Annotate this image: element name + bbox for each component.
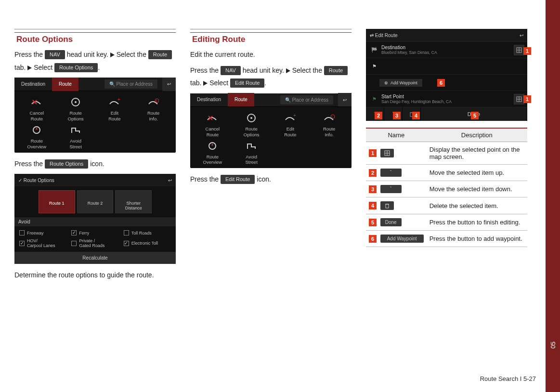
triangle-icon xyxy=(286,68,290,73)
description-cell: Press the button to finish editing. xyxy=(427,214,527,231)
table-row: 3 ˇMove the selected item down. xyxy=(366,181,527,197)
route-menu-item[interactable]: RouteOverview xyxy=(193,140,232,166)
table-row: 1 Display the selected point on the map … xyxy=(366,142,527,165)
route-menu-item[interactable]: AvoidStreet xyxy=(232,140,271,166)
callout-number: 2 xyxy=(369,169,377,177)
svg-marker-10 xyxy=(36,127,38,130)
description-cell: Move the selected item up. xyxy=(427,165,527,181)
route-menu-item[interactable]: CancelRoute xyxy=(17,96,56,122)
th-description: Description xyxy=(427,128,527,142)
map-button[interactable] xyxy=(514,45,524,55)
intro-route-options: Press the NAV head unit key. Select the … xyxy=(14,48,176,74)
avoid-checkbox[interactable]: HOV/Carpool Lanes xyxy=(19,238,66,248)
route-card[interactable]: ShorterDistance xyxy=(115,190,152,213)
page-footer: Route Search I 5-27 xyxy=(480,375,536,382)
down-icon: ˇ xyxy=(380,185,402,193)
avoid-checkbox[interactable]: Electronic Toll xyxy=(124,238,171,248)
tab-destination[interactable]: Destination xyxy=(190,93,228,106)
th-name: Name xyxy=(366,128,427,142)
chapter-sidebar: 05 xyxy=(546,0,560,392)
determine-line: Determine the route options to guide the… xyxy=(14,269,176,282)
route-menu-item[interactable]: +EditRoute xyxy=(271,112,310,138)
up-icon: ˆ xyxy=(380,169,402,177)
route-menu-item[interactable]: iRouteInfo. xyxy=(134,96,173,122)
route-menu-item[interactable]: AvoidStreet xyxy=(56,124,95,150)
column-editing-route: Editing Route Edit the current route. Pr… xyxy=(190,29,352,285)
done-chip: Done xyxy=(380,218,402,226)
route-tab-chip: Route xyxy=(324,66,348,75)
chapter-number: 05 xyxy=(549,338,557,353)
press-edit-route-line: Press the Edit Route icon. xyxy=(190,173,352,186)
route-menu-item[interactable]: iRouteInfo. xyxy=(310,112,349,138)
table-row: 4 Delete the selected item. xyxy=(366,197,527,214)
map-button[interactable] xyxy=(514,94,524,105)
svg-rect-33 xyxy=(386,204,389,208)
route-card[interactable]: Route 1 xyxy=(39,190,75,213)
tab-route[interactable]: Route xyxy=(52,78,78,91)
intro-editing-route: Press the NAV head unit key. Select the … xyxy=(190,64,352,90)
screenshot-route-menu: Destination Route 🔍 Place or Address ↩ C… xyxy=(14,78,176,153)
add-waypoint-row[interactable]: ⊕ Add Waypoint xyxy=(366,74,527,91)
add-waypoint-button[interactable]: ⊕ Add Waypoint xyxy=(379,79,422,87)
column-route-options: Route Options Press the NAV head unit ke… xyxy=(14,29,176,285)
map-icon xyxy=(380,149,394,157)
svg-marker-1 xyxy=(27,65,32,70)
destination-flag-icon: 🏁 xyxy=(369,47,379,52)
description-cell: Press the button to add waypoint. xyxy=(427,231,527,247)
back-icon[interactable]: ↩ xyxy=(162,78,176,91)
edit-route-chip: Edit Route xyxy=(230,78,264,88)
avoid-checkbox[interactable]: Toll Roads xyxy=(124,230,171,235)
route-menu-item[interactable]: RouteOverview xyxy=(17,124,56,150)
svg-marker-11 xyxy=(286,68,290,73)
callout-number: 6 xyxy=(369,235,377,243)
route-menu-item[interactable]: RouteOptions xyxy=(232,112,271,138)
callout-6: 6 xyxy=(437,79,445,87)
screenshot-route-menu-2: Destination Route 🔍 Place or Address ↩ C… xyxy=(190,93,352,169)
back-icon[interactable]: ↩ xyxy=(168,178,172,183)
avoid-checkbox[interactable]: Private /Gated Roads xyxy=(71,238,118,248)
trash-icon xyxy=(380,201,394,210)
callout-3: 3 xyxy=(393,112,401,119)
svg-point-5 xyxy=(75,101,77,103)
waypoint-flag-icon: ⚑ xyxy=(369,64,379,69)
callout-2: 2 xyxy=(375,112,382,119)
route-menu-item[interactable]: +EditRoute xyxy=(95,96,134,122)
description-cell: Move the selected item down. xyxy=(427,181,527,197)
svg-text:+: + xyxy=(293,113,296,118)
route-icon: ⇄ xyxy=(370,33,374,38)
check-icon: ✓ xyxy=(18,178,22,183)
callout-number: 5 xyxy=(369,219,377,226)
avoid-label: Avoid xyxy=(14,217,176,226)
svg-marker-21 xyxy=(211,143,213,145)
nav-key-chip: NAV xyxy=(221,66,241,75)
avoid-checkbox[interactable]: Ferry xyxy=(71,230,118,235)
recalculate-button[interactable]: Recalculate xyxy=(14,252,176,264)
tab-route[interactable]: Route xyxy=(228,93,254,106)
search-input[interactable]: 🔍 Place or Address xyxy=(104,79,157,89)
back-icon[interactable]: ↩ xyxy=(520,33,523,38)
triangle-icon xyxy=(27,65,32,70)
start-point-row[interactable]: ⚑ Start Point San Diego Fwy, Huntington … xyxy=(366,91,527,107)
destination-row[interactable]: 🏁 Destination Bluebird Mtwy, San Dimas, … xyxy=(366,41,527,58)
edit-route-chip: Edit Route xyxy=(221,175,255,184)
svg-marker-0 xyxy=(110,52,115,57)
svg-marker-12 xyxy=(203,81,208,86)
callout-4: 4 xyxy=(412,112,420,119)
edit-current-line: Edit the current route. xyxy=(190,48,352,61)
route-menu-item[interactable]: RouteOptions xyxy=(56,96,95,122)
route-menu-item[interactable]: CancelRoute xyxy=(193,112,232,138)
search-input[interactable]: 🔍 Place or Address xyxy=(280,95,333,105)
table-row: 2 ˆMove the selected item up. xyxy=(366,165,527,181)
callout-number: 1 xyxy=(369,149,377,157)
nav-key-chip: NAV xyxy=(45,50,65,59)
tab-destination[interactable]: Destination xyxy=(14,78,52,91)
add-waypoint-chip: Add Waypoint xyxy=(380,235,424,243)
callout-1b: 1 xyxy=(523,95,531,103)
screenshot-route-options-detail: ✓ Route Options ↩ Route 1Route 2ShorterD… xyxy=(14,174,176,264)
back-icon[interactable]: ↩ xyxy=(338,93,352,106)
avoid-checkbox[interactable]: Freeway xyxy=(19,230,66,235)
screenshot-edit-route: ⇄ Edit Route ↩ 🏁 Destination Bluebird Mt… xyxy=(366,29,527,121)
route-card[interactable]: Route 2 xyxy=(77,190,114,213)
description-cell: Delete the selected item. xyxy=(427,197,527,214)
svg-text:+: + xyxy=(117,97,120,102)
